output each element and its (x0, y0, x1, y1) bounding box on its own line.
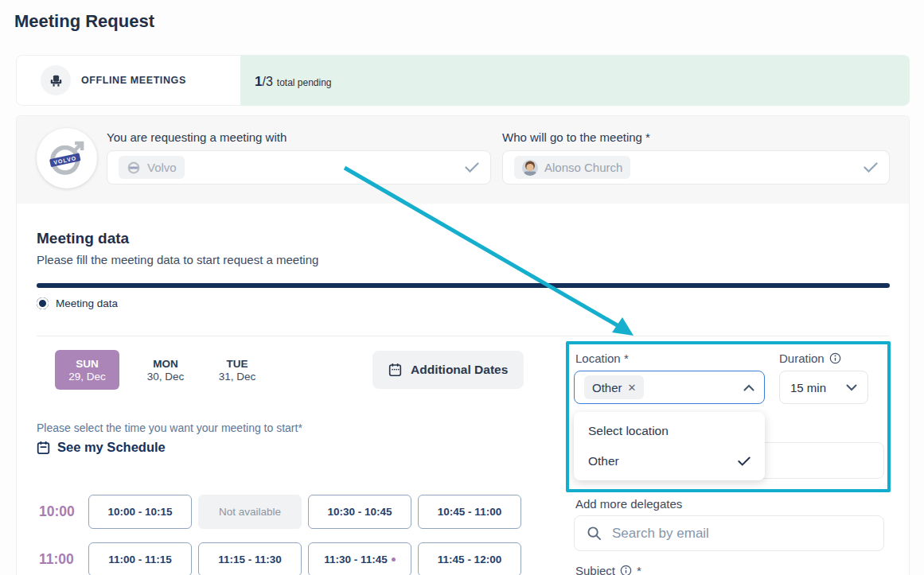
slot-label: Not available (219, 506, 281, 518)
check-icon (465, 162, 479, 173)
hour-label-10: 10:00 (39, 495, 84, 529)
tab-offline-meetings[interactable]: OFFLINE MEETINGS (16, 55, 240, 106)
duration-label: Duration (779, 352, 841, 365)
meeting-request-page: Meeting Request OFFLINE MEETINGS 1 /3 to… (0, 0, 924, 575)
date-day: SUN (76, 358, 99, 370)
page-title: Meeting Request (14, 11, 154, 32)
location-chip-label: Other (592, 381, 622, 394)
volvo-mini-icon (127, 161, 141, 175)
delegate-chip-label: Alonso Church (544, 161, 622, 174)
chair-icon (41, 65, 71, 95)
delegate-avatar (522, 160, 538, 176)
location-dropdown: Select location Other (574, 412, 765, 480)
date-value: 31, Dec (219, 371, 256, 383)
calendar-icon (388, 363, 402, 377)
slot-label: 10:30 - 10:45 (327, 506, 392, 518)
slot-10-00[interactable]: 10:00 - 10:15 (88, 495, 192, 529)
search-email-input[interactable] (612, 526, 871, 542)
slot-label: 11:45 - 12:00 (438, 554, 501, 565)
date-value: 29, Dec (68, 371, 106, 383)
step-label: Meeting data (56, 297, 118, 309)
meeting-request-card: VOLVO You are requesting a meeting with … (16, 115, 910, 575)
slot-11-15[interactable]: 11:15 - 11:30 (198, 542, 302, 575)
requesting-with-field[interactable]: Volvo (107, 150, 491, 185)
date-option-sun[interactable]: SUN 29, Dec (55, 350, 119, 390)
date-day: MON (153, 358, 178, 370)
pending-count: 1 (255, 74, 262, 90)
slot-label: 11:30 - 11:45 (324, 554, 388, 565)
slot-11-45[interactable]: 11:45 - 12:00 (418, 542, 521, 575)
additional-dates-label: Additional Dates (411, 363, 508, 377)
duration-label-text: Duration (779, 352, 825, 365)
schedule-calendar-icon (37, 441, 50, 455)
date-value: 30, Dec (147, 371, 185, 383)
slot-11-30[interactable]: 11:30 - 11:45 (308, 542, 411, 575)
request-summary-strip: VOLVO You are requesting a meeting with … (17, 116, 909, 204)
info-icon[interactable] (829, 352, 841, 364)
delegate-label: Who will go to the meeting * (502, 130, 650, 144)
required-mark: * (637, 564, 641, 575)
location-selected-chip[interactable]: Other ✕ (584, 375, 644, 399)
volvo-logo: VOLVO (37, 128, 97, 188)
chevron-up-icon (743, 384, 754, 391)
pending-total: /3 (262, 75, 272, 89)
delegate-chip[interactable]: Alonso Church (514, 156, 630, 179)
option-other[interactable]: Other (574, 446, 765, 476)
additional-dates-button[interactable]: Additional Dates (372, 351, 524, 389)
remove-location-icon[interactable]: ✕ (628, 382, 637, 394)
slot-label: 10:45 - 11:00 (438, 506, 501, 518)
subject-label-text: Subject (575, 564, 615, 575)
add-delegates-label: Add more delegates (575, 497, 682, 511)
duration-select[interactable]: 15 min (779, 371, 868, 404)
option-label: Other (588, 454, 619, 468)
meeting-data-title: Meeting data (37, 230, 129, 247)
search-icon (587, 526, 602, 541)
date-option-mon[interactable]: MON 30, Dec (135, 350, 197, 390)
radio-icon (37, 297, 49, 309)
location-label: Location * (575, 352, 629, 365)
chevron-down-icon (846, 384, 857, 391)
slot-11-00[interactable]: 11:00 - 11:15 (88, 542, 192, 575)
see-schedule-link[interactable]: See my Schedule (37, 440, 166, 455)
hour-label-11: 11:00 (39, 542, 84, 575)
duration-value: 15 min (790, 381, 826, 394)
slot-10-30[interactable]: 10:30 - 10:45 (308, 495, 411, 529)
option-label: Select location (588, 424, 669, 438)
check-icon (738, 457, 751, 466)
meeting-data-subtitle: Please fill the meeting data to start re… (37, 253, 318, 266)
slot-10-15-unavailable: Not available (198, 495, 302, 529)
check-icon (864, 162, 878, 173)
delegate-search-field[interactable] (574, 515, 884, 551)
step-meeting-data[interactable]: Meeting data (37, 297, 118, 309)
subject-label: Subject * (575, 564, 641, 575)
slot-label: 11:00 - 11:15 (108, 554, 172, 565)
meeting-type-tabbar: OFFLINE MEETINGS 1 /3 total pending (16, 55, 910, 106)
requesting-with-label: You are requesting a meeting with (107, 130, 287, 144)
date-option-tue[interactable]: TUE 31, Dec (206, 350, 268, 390)
see-schedule-label: See my Schedule (57, 440, 166, 455)
volvo-chip-label: Volvo (147, 161, 177, 174)
tab-offline-label: OFFLINE MEETINGS (81, 75, 186, 86)
option-select-location[interactable]: Select location (574, 416, 765, 446)
info-icon[interactable] (620, 565, 632, 575)
pending-caption: total pending (277, 77, 332, 88)
delegate-field[interactable]: Alonso Church (502, 150, 890, 185)
slot-label: 10:00 - 10:15 (107, 506, 172, 518)
pending-summary-bar: 1 /3 total pending (240, 55, 910, 106)
slot-label: 11:15 - 11:30 (218, 554, 282, 565)
availability-dot (392, 558, 396, 561)
date-day: TUE (227, 358, 248, 370)
volvo-chip[interactable]: Volvo (119, 156, 185, 179)
time-prompt: Please select the time you want your mee… (37, 422, 302, 434)
progress-bar (37, 283, 890, 288)
section-divider (37, 336, 890, 336)
location-select[interactable]: Other ✕ (574, 371, 765, 404)
slot-10-45[interactable]: 10:45 - 11:00 (418, 495, 521, 529)
